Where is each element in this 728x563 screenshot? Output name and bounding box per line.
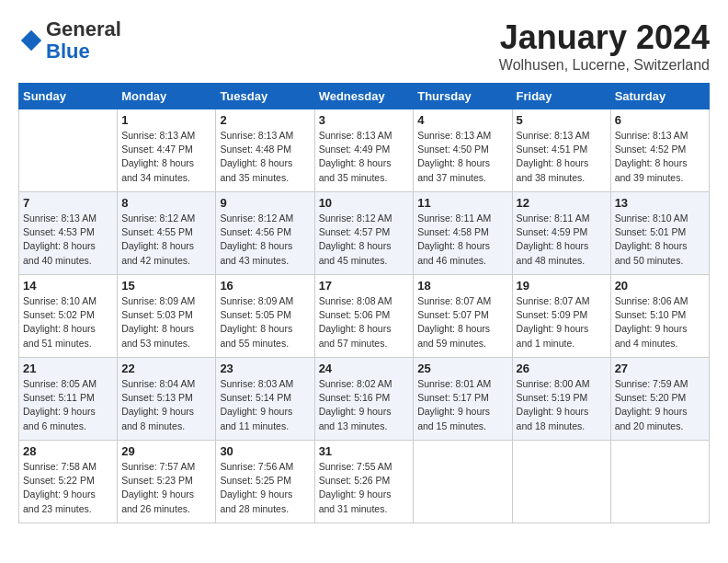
title-block: January 2024 Wolhusen, Lucerne, Switzerl…: [499, 18, 710, 74]
svg-marker-0: [21, 30, 41, 51]
calendar-week-row: 21Sunrise: 8:05 AMSunset: 5:11 PMDayligh…: [19, 358, 710, 441]
day-info: Sunrise: 8:13 AMSunset: 4:52 PMDaylight:…: [615, 129, 705, 185]
day-number: 21: [23, 362, 113, 375]
day-number: 22: [121, 362, 211, 375]
day-info: Sunrise: 8:13 AMSunset: 4:50 PMDaylight:…: [417, 129, 507, 185]
calendar-day-cell: 14Sunrise: 8:10 AMSunset: 5:02 PMDayligh…: [19, 275, 118, 358]
logo: General Blue: [18, 18, 121, 63]
calendar-day-cell: 17Sunrise: 8:08 AMSunset: 5:06 PMDayligh…: [314, 275, 414, 358]
day-info: Sunrise: 8:12 AMSunset: 4:55 PMDaylight:…: [121, 212, 211, 268]
calendar-week-row: 14Sunrise: 8:10 AMSunset: 5:02 PMDayligh…: [19, 275, 710, 358]
day-number: 20: [615, 279, 705, 293]
calendar-day-cell: 30Sunrise: 7:56 AMSunset: 5:25 PMDayligh…: [216, 441, 314, 523]
day-info: Sunrise: 8:05 AMSunset: 5:11 PMDaylight:…: [23, 377, 113, 433]
day-number: 9: [220, 196, 310, 210]
day-number: 3: [319, 113, 410, 127]
calendar-table: SundayMondayTuesdayWednesdayThursdayFrid…: [18, 83, 710, 523]
day-info: Sunrise: 8:11 AMSunset: 4:58 PMDaylight:…: [417, 212, 507, 268]
day-info: Sunrise: 7:57 AMSunset: 5:23 PMDaylight:…: [121, 460, 211, 516]
calendar-day-cell: 26Sunrise: 8:00 AMSunset: 5:19 PMDayligh…: [512, 358, 610, 441]
day-info: Sunrise: 8:07 AMSunset: 5:09 PMDaylight:…: [517, 294, 607, 350]
calendar-day-cell: 31Sunrise: 7:55 AMSunset: 5:26 PMDayligh…: [314, 441, 414, 523]
day-number: 16: [220, 279, 310, 293]
calendar-day-cell: [610, 441, 709, 523]
day-number: 7: [23, 196, 113, 210]
calendar-day-cell: 9Sunrise: 8:12 AMSunset: 4:56 PMDaylight…: [216, 192, 314, 275]
calendar-week-row: 28Sunrise: 7:58 AMSunset: 5:22 PMDayligh…: [19, 441, 710, 523]
day-number: 1: [121, 113, 211, 127]
day-number: 31: [319, 444, 410, 458]
day-info: Sunrise: 8:13 AMSunset: 4:49 PMDaylight:…: [319, 129, 410, 185]
day-info: Sunrise: 8:09 AMSunset: 5:05 PMDaylight:…: [220, 294, 310, 350]
day-number: 18: [417, 279, 507, 293]
calendar-day-cell: 7Sunrise: 8:13 AMSunset: 4:53 PMDaylight…: [19, 192, 118, 275]
day-number: 4: [417, 113, 507, 127]
day-info: Sunrise: 8:07 AMSunset: 5:07 PMDaylight:…: [417, 294, 507, 350]
calendar-day-cell: 23Sunrise: 8:03 AMSunset: 5:14 PMDayligh…: [216, 358, 314, 441]
calendar-day-cell: 13Sunrise: 8:10 AMSunset: 5:01 PMDayligh…: [610, 192, 709, 275]
day-number: 15: [121, 279, 211, 293]
day-info: Sunrise: 8:13 AMSunset: 4:48 PMDaylight:…: [220, 129, 310, 185]
day-info: Sunrise: 8:13 AMSunset: 4:47 PMDaylight:…: [121, 129, 211, 185]
day-number: 14: [23, 279, 113, 293]
day-info: Sunrise: 7:58 AMSunset: 5:22 PMDaylight:…: [23, 460, 113, 516]
calendar-day-cell: 15Sunrise: 8:09 AMSunset: 5:03 PMDayligh…: [118, 275, 216, 358]
day-number: 12: [517, 196, 607, 210]
day-number: 27: [615, 362, 705, 375]
calendar-day-cell: 25Sunrise: 8:01 AMSunset: 5:17 PMDayligh…: [414, 358, 512, 441]
day-number: 29: [121, 444, 211, 458]
calendar-day-cell: 2Sunrise: 8:13 AMSunset: 4:48 PMDaylight…: [216, 109, 314, 192]
calendar-day-cell: 6Sunrise: 8:13 AMSunset: 4:52 PMDaylight…: [610, 109, 709, 192]
calendar-day-cell: 27Sunrise: 7:59 AMSunset: 5:20 PMDayligh…: [610, 358, 709, 441]
weekday-header-monday: Monday: [118, 84, 216, 109]
calendar-title: January 2024: [499, 18, 710, 57]
day-number: 19: [517, 279, 607, 293]
calendar-day-cell: 11Sunrise: 8:11 AMSunset: 4:58 PMDayligh…: [414, 192, 512, 275]
logo-blue: Blue: [46, 40, 90, 63]
day-info: Sunrise: 8:13 AMSunset: 4:53 PMDaylight:…: [23, 212, 113, 268]
day-number: 30: [220, 444, 310, 458]
day-info: Sunrise: 7:55 AMSunset: 5:26 PMDaylight:…: [319, 460, 410, 516]
day-info: Sunrise: 8:12 AMSunset: 4:56 PMDaylight:…: [220, 212, 310, 268]
weekday-header-tuesday: Tuesday: [216, 84, 314, 109]
page-header: General Blue January 2024 Wolhusen, Luce…: [18, 18, 710, 74]
calendar-day-cell: 21Sunrise: 8:05 AMSunset: 5:11 PMDayligh…: [19, 358, 118, 441]
weekday-header-thursday: Thursday: [414, 84, 512, 109]
day-info: Sunrise: 8:12 AMSunset: 4:57 PMDaylight:…: [319, 212, 410, 268]
day-number: 23: [220, 362, 310, 375]
day-info: Sunrise: 7:56 AMSunset: 5:25 PMDaylight:…: [220, 460, 310, 516]
day-number: 28: [23, 444, 113, 458]
day-info: Sunrise: 8:04 AMSunset: 5:13 PMDaylight:…: [121, 377, 211, 433]
day-info: Sunrise: 8:10 AMSunset: 5:02 PMDaylight:…: [23, 294, 113, 350]
day-info: Sunrise: 8:11 AMSunset: 4:59 PMDaylight:…: [517, 212, 607, 268]
day-info: Sunrise: 8:09 AMSunset: 5:03 PMDaylight:…: [121, 294, 211, 350]
calendar-week-row: 7Sunrise: 8:13 AMSunset: 4:53 PMDaylight…: [19, 192, 710, 275]
calendar-day-cell: 18Sunrise: 8:07 AMSunset: 5:07 PMDayligh…: [414, 275, 512, 358]
calendar-subtitle: Wolhusen, Lucerne, Switzerland: [499, 57, 710, 74]
weekday-header-sunday: Sunday: [19, 84, 118, 109]
day-info: Sunrise: 8:10 AMSunset: 5:01 PMDaylight:…: [615, 212, 705, 268]
logo-text: General Blue: [46, 18, 121, 63]
logo-icon: [18, 28, 44, 53]
logo-general: General: [46, 17, 121, 40]
calendar-day-cell: 16Sunrise: 8:09 AMSunset: 5:05 PMDayligh…: [216, 275, 314, 358]
day-number: 26: [517, 362, 607, 375]
day-number: 6: [615, 113, 705, 127]
day-info: Sunrise: 8:02 AMSunset: 5:16 PMDaylight:…: [319, 377, 410, 433]
day-number: 2: [220, 113, 310, 127]
calendar-day-cell: 28Sunrise: 7:58 AMSunset: 5:22 PMDayligh…: [19, 441, 118, 523]
day-number: 5: [517, 113, 607, 127]
calendar-day-cell: 4Sunrise: 8:13 AMSunset: 4:50 PMDaylight…: [414, 109, 512, 192]
day-info: Sunrise: 8:01 AMSunset: 5:17 PMDaylight:…: [417, 377, 507, 433]
calendar-day-cell: 20Sunrise: 8:06 AMSunset: 5:10 PMDayligh…: [610, 275, 709, 358]
calendar-day-cell: 22Sunrise: 8:04 AMSunset: 5:13 PMDayligh…: [118, 358, 216, 441]
day-number: 24: [319, 362, 410, 375]
day-info: Sunrise: 8:13 AMSunset: 4:51 PMDaylight:…: [517, 129, 607, 185]
weekday-header-saturday: Saturday: [610, 84, 709, 109]
calendar-day-cell: 12Sunrise: 8:11 AMSunset: 4:59 PMDayligh…: [512, 192, 610, 275]
day-number: 8: [121, 196, 211, 210]
weekday-header-friday: Friday: [512, 84, 610, 109]
calendar-day-cell: 29Sunrise: 7:57 AMSunset: 5:23 PMDayligh…: [118, 441, 216, 523]
calendar-week-row: 1Sunrise: 8:13 AMSunset: 4:47 PMDaylight…: [19, 109, 710, 192]
day-number: 25: [417, 362, 507, 375]
